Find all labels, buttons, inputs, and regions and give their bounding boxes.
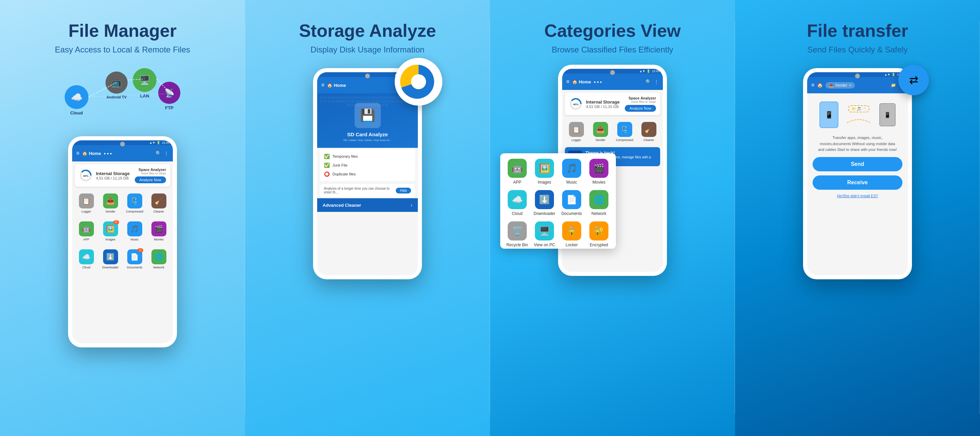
- sender-phone: 📱: [819, 102, 838, 128]
- hamburger-icon-3[interactable]: ≡: [566, 79, 569, 85]
- cat-item-movies[interactable]: 🎬 Movies: [587, 159, 611, 185]
- cat-grid-2: ☁️ Cloud ⬇️ Downloader 📄 Documents 🌐 Net…: [506, 190, 611, 216]
- phone-inner-4: ▲▼ 🔋 15:45 ≡ 🏠 📤 Sender ✕: [807, 72, 908, 275]
- grid-item-compressed[interactable]: 🗜️ Compressed: [123, 191, 146, 216]
- adv-cleaner-arrow[interactable]: ›: [411, 202, 412, 208]
- cat-item-downloader[interactable]: ⬇️ Downloader: [533, 190, 556, 216]
- sender-icon-4: 📤: [829, 83, 834, 88]
- hide-btn[interactable]: Hide: [396, 188, 411, 193]
- app-bar-right-1: 🔍 ⋮: [156, 150, 169, 156]
- android-tv-icon: 📺: [105, 72, 127, 94]
- grid-comp-3[interactable]: 🗜️ Compressed: [613, 119, 636, 144]
- grid-item-downloader[interactable]: ⬇️ Downloader: [99, 247, 122, 272]
- cat-item-recycle[interactable]: 🗑️ Recycle Bin: [506, 221, 529, 247]
- cat-item-network[interactable]: 🌐 Network: [587, 190, 611, 216]
- phone-and-popup-wrapper: 🤖 APP 🖼️ Images 🎵 Music 🎬 Movies: [558, 65, 667, 276]
- cat-item-viewpc[interactable]: 🖥️ View on PC: [533, 221, 556, 247]
- send-btn[interactable]: Send: [813, 157, 902, 171]
- grid-item-network[interactable]: 🌐 Network: [147, 247, 170, 272]
- cat-locker-icon: 🔒: [562, 221, 581, 241]
- cat-item-app[interactable]: 🤖 APP: [506, 159, 529, 185]
- movies-label: Movies: [154, 238, 164, 241]
- grid-item-documents[interactable]: 📄12 Documents: [123, 247, 146, 272]
- grid-item-cleaner[interactable]: 🧹 Cleaner: [147, 191, 170, 216]
- hamburger-icon-4[interactable]: ≡: [811, 82, 814, 88]
- grid-item-movies[interactable]: 🎬 Movies: [147, 219, 170, 244]
- search-icon-1[interactable]: 🔍: [156, 150, 161, 156]
- section3-subtitle: Browse Classified Files Efficiently: [552, 45, 673, 54]
- app-bar-left-1: ≡ 🏠 Home ● ● ●: [76, 150, 112, 157]
- check-junk-label: Junk File: [332, 163, 347, 167]
- cloud-node: ☁️ Cloud: [65, 85, 89, 115]
- sd-analyze-title: SD Card Analyze: [347, 131, 388, 137]
- music-icon: 🎵: [127, 221, 142, 236]
- file-transfer-section: File transfer Send Files Quickly & Safel…: [735, 0, 980, 436]
- pie-svg: [400, 63, 437, 101]
- transfer-content: 📱 📁 🎵 📄 📱 Transfer apps, images, music, …: [807, 93, 908, 275]
- hamburger-icon-1[interactable]: ≡: [76, 150, 79, 157]
- analyze-now-btn-3[interactable]: Analyze Now: [625, 105, 656, 112]
- cloud-grid-label: Cloud: [82, 266, 91, 269]
- grid-cleaner-3[interactable]: 🧹 Cleaner: [637, 119, 660, 144]
- cat-network-label: Network: [592, 211, 606, 216]
- grid-logger-3[interactable]: 📋 Logger: [565, 119, 588, 144]
- cat-item-encrypted[interactable]: 🔐 Encrypted: [587, 221, 611, 247]
- cat-locker-label: Locker: [566, 243, 578, 247]
- cat-item-cloud[interactable]: ☁️ Cloud: [506, 190, 529, 216]
- grid-sender-3[interactable]: 📤 Sender: [589, 119, 612, 144]
- cat-movies-label: Movies: [592, 180, 605, 185]
- images-icon: 🖼️35: [103, 221, 118, 236]
- grid-item-sender[interactable]: 📤 Sender: [99, 191, 122, 216]
- search-icon-3[interactable]: 🔍: [646, 79, 651, 85]
- downloader-label: Downloader: [102, 266, 118, 269]
- more-icon-1[interactable]: ⋮: [164, 150, 169, 156]
- transfer-fab[interactable]: ⇄: [898, 65, 929, 95]
- grid-item-app[interactable]: 🤖 APP: [75, 219, 98, 244]
- compressed-icon: 🗜️: [127, 193, 142, 208]
- network-icon: 🌐: [151, 249, 166, 264]
- more-icon-3[interactable]: ⋮: [654, 79, 659, 85]
- cat-item-music[interactable]: 🎵 Music: [560, 159, 583, 185]
- hamburger-icon-2[interactable]: ≡: [321, 82, 324, 88]
- grid-row-2: 🤖 APP 🖼️35 Images 🎵 Music 🎬: [72, 217, 173, 245]
- grid-row-1: 📋 Logger 📤 Sender 🗜️ Compressed 🧹: [72, 189, 173, 217]
- svg-point-7: [411, 74, 426, 89]
- storage-card-3: 40% Internal Storage 4,51 GB / 11,15 GB …: [565, 93, 660, 115]
- cat-item-documents[interactable]: 📄 Documents: [560, 190, 583, 216]
- grid-item-cloud[interactable]: ☁️ Cloud: [75, 247, 98, 272]
- categories-view-section: Categories View Browse Classified Files …: [490, 0, 735, 436]
- documents-icon: 📄12: [127, 249, 142, 264]
- cleaner-icon-3: 🧹: [641, 122, 656, 137]
- adv-cleaner-text: Advanced Cleaner: [323, 203, 361, 208]
- grid-item-logger[interactable]: 📋 Logger: [75, 191, 98, 216]
- install-link[interactable]: He/She didn't install ES?: [837, 194, 878, 198]
- grid-item-images[interactable]: 🖼️35 Images: [99, 219, 122, 244]
- cloud-icon: ☁️: [65, 85, 89, 109]
- time-1: 15:45: [162, 141, 169, 144]
- sender-close[interactable]: ✕: [849, 83, 851, 87]
- cat-viewpc-label: View on PC: [534, 243, 555, 247]
- sender-tag: 📤 Sender ✕: [826, 82, 854, 89]
- phone-inner-1: ▲▼ 🔋 15:45 ≡ 🏠 Home ● ● ● 🔍 ⋮: [72, 141, 173, 343]
- app-bar-3: ≡ 🏠 Home ● ● ● 🔍 ⋮: [562, 73, 663, 90]
- storage-ring-1: 40%: [79, 169, 92, 182]
- documents-label: Documents: [127, 266, 143, 269]
- grid-item-music[interactable]: 🎵 Music: [123, 219, 146, 244]
- network-label: Network: [153, 266, 164, 269]
- cat-item-images[interactable]: 🖼️ Images: [533, 159, 556, 185]
- receive-btn[interactable]: Receive: [813, 176, 902, 190]
- analyze-now-btn-1[interactable]: Analyze Now: [135, 176, 166, 183]
- sender-label: Sender: [105, 210, 115, 213]
- sender-label-3: Sender: [595, 138, 605, 142]
- analysis-note-text: Analysis of a longer time you can choose…: [324, 187, 396, 194]
- cleaner-label-3: Cleaner: [643, 138, 654, 142]
- files-flying: 📁 🎵 📄: [848, 105, 869, 112]
- sd-path: SD / baidu / tmp / baidu / tmp/ tuws txt…: [343, 139, 392, 142]
- check-junk-icon: ✅: [324, 163, 330, 168]
- cat-item-locker[interactable]: 🔒 Locker: [560, 221, 583, 247]
- downloader-icon: ⬇️: [103, 249, 118, 264]
- file-manager-section: File Manager Easy Access to Local & Remo…: [0, 0, 245, 436]
- transfer-arc: [845, 115, 872, 125]
- phone-camera-4: [855, 73, 860, 78]
- network-diagram: ☁️ Cloud 📺 Android TV 🖥️ LAN 📡 FTP: [61, 65, 184, 126]
